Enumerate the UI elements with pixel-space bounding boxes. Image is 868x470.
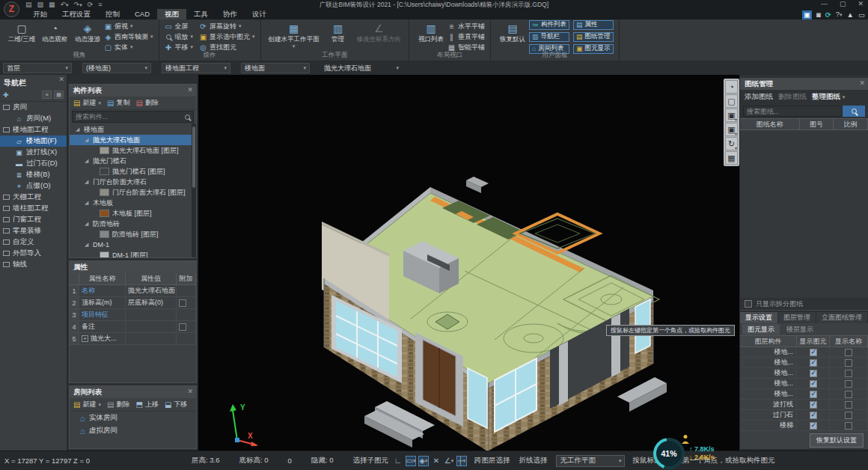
create-workplane-button[interactable]: ▦ 创建水平工作平面 ▾: [266, 21, 322, 49]
layer-row[interactable]: 楼地...: [740, 379, 868, 389]
show-element-checkbox[interactable]: [810, 391, 817, 398]
nav-group-door-window[interactable]: 门窗工程: [0, 214, 67, 225]
category-select[interactable]: (楼地面)▾: [82, 63, 151, 73]
show-name-checkbox[interactable]: [845, 380, 852, 388]
show-name-checkbox[interactable]: [845, 359, 852, 367]
property-row[interactable]: 5 +抛光大...: [70, 333, 196, 345]
nav-group-axis[interactable]: 轴线: [0, 259, 67, 270]
component-search-input[interactable]: [76, 113, 185, 120]
tree-node[interactable]: ◢防滑地砖: [70, 219, 196, 229]
attach-checkbox[interactable]: [179, 323, 186, 331]
clear-selection-tool[interactable]: ✕: [431, 456, 441, 466]
menu-tab-project-settings[interactable]: 工程设置: [55, 9, 98, 19]
property-row[interactable]: 3 项目特征: [70, 309, 196, 321]
pin-icon[interactable]: ✚: [3, 91, 9, 99]
select-sub-element-label[interactable]: 选择子图元: [352, 456, 388, 466]
expand-plus-icon[interactable]: +: [82, 335, 88, 342]
tree-node[interactable]: ◢抛光门槛石: [70, 156, 196, 166]
layer-row[interactable]: 楼地...: [740, 368, 868, 379]
subtab-element-display[interactable]: 图元显示: [742, 324, 780, 335]
screen-rotate-button[interactable]: ⟳屏幕旋转▾: [199, 22, 255, 31]
nav-item-threshold-stone[interactable]: ▬过门石(D): [0, 158, 67, 169]
fullscreen-button[interactable]: ▭全屏: [165, 22, 194, 31]
show-name-checkbox[interactable]: [845, 401, 852, 409]
close-icon[interactable]: ✕: [859, 79, 865, 87]
view-cube-tool[interactable]: ▣▾: [725, 123, 738, 136]
show-element-checkbox[interactable]: [810, 401, 817, 409]
tab-display-settings[interactable]: 显示设置: [740, 312, 777, 323]
tree-layer-node[interactable]: 门厅台阶面大理石 [图层]: [70, 187, 196, 198]
tree-node[interactable]: ◢木地板: [70, 198, 196, 208]
layer-row[interactable]: 楼地...: [740, 347, 868, 358]
scrollbar[interactable]: [192, 123, 196, 257]
restore-default-button[interactable]: ▤ 恢复默认: [496, 21, 529, 43]
panel-view-icon[interactable]: ▤: [54, 91, 64, 99]
display-settings-tool[interactable]: ▦: [725, 151, 738, 165]
nav-item-accent[interactable]: ✶点缀(O): [0, 180, 67, 192]
layer-row[interactable]: 楼地...: [740, 389, 868, 400]
app-logo[interactable]: Z: [4, 1, 19, 17]
nav-group-floor-project[interactable]: 楼地面工程: [0, 124, 67, 135]
nav-group-room[interactable]: 房间: [0, 102, 67, 113]
tree-layer-node[interactable]: 抛光大理石地面 [图层]: [70, 145, 196, 156]
tile-horizontal-button[interactable]: ≡水平平铺: [447, 22, 485, 31]
3d-viewport[interactable]: 按鼠标左键指定第一个角点，或拾取构件图元 ◔ ▢ ▣▾ ▣▾ ↻▾ ▦ Y X: [198, 75, 739, 451]
top-view-button[interactable]: ▣俯视▾: [104, 22, 153, 31]
tree-node[interactable]: ◢抛光大理石地面: [70, 135, 196, 145]
manage-workplane-button[interactable]: ▥ 管理: [322, 21, 355, 43]
show-element-checkbox[interactable]: [810, 349, 817, 356]
toggle-component-list[interactable]: ≔构件列表: [529, 20, 569, 30]
show-element-checkbox[interactable]: [810, 412, 817, 419]
show-name-checkbox[interactable]: [845, 349, 852, 356]
property-row[interactable]: 1 名称 抛光大理石地面: [70, 285, 196, 297]
subtab-floor-display[interactable]: 楼层显示: [781, 324, 819, 335]
new-room-button[interactable]: ▤新建▾: [73, 400, 101, 409]
property-row[interactable]: 4 备注: [70, 321, 196, 333]
cloud-sync-icon[interactable]: ⟳: [825, 10, 831, 19]
show-element-checkbox[interactable]: [810, 370, 817, 377]
show-name-checkbox[interactable]: [845, 422, 852, 430]
angle-snap-tool[interactable]: ∠▾: [444, 456, 454, 466]
tree-layer-node[interactable]: 木地板 [图层]: [70, 208, 196, 219]
move-down-button[interactable]: ⬓下移: [165, 400, 187, 409]
menu-tab-view[interactable]: 视图: [157, 9, 186, 19]
organize-drawing-button[interactable]: 整理图纸 ▾: [812, 92, 845, 102]
toggle-properties[interactable]: ▤属性: [573, 20, 614, 30]
zoom-button[interactable]: 缩放▾: [165, 32, 194, 42]
filter-checkbox[interactable]: [745, 300, 752, 308]
minimize-icon[interactable]: —: [821, 0, 828, 8]
nav-group-wall-column[interactable]: 墙柱面工程: [0, 203, 67, 214]
tile-vertical-button[interactable]: ∥垂直平铺: [447, 32, 485, 42]
layer-row[interactable]: 楼地...: [740, 358, 868, 368]
tree-layer-node[interactable]: 抛光门槛石 [图层]: [70, 166, 196, 177]
upgrade-icon[interactable]: ▲: [847, 10, 854, 19]
menu-tab-control[interactable]: 控制: [98, 9, 127, 19]
tree-node[interactable]: ◢门厅台阶面大理石: [70, 177, 196, 187]
nav-group-ceiling[interactable]: 天棚工程: [0, 192, 67, 203]
2d-3d-button[interactable]: ▢ 二维/三维: [5, 21, 38, 43]
orbit-tool[interactable]: ◔: [725, 80, 738, 94]
tree-node[interactable]: ◢DM-1: [70, 239, 196, 250]
tree-node[interactable]: ◢楼地面: [70, 124, 196, 135]
close-icon[interactable]: ✕: [187, 388, 193, 395]
help-icon[interactable]: ?▾: [836, 10, 843, 19]
toggle-navigation-bar[interactable]: ▥导航栏: [529, 32, 569, 42]
cross-layer-select-button[interactable]: 跨图层选择: [474, 456, 510, 466]
show-name-checkbox[interactable]: [845, 391, 852, 398]
drawing-search-input[interactable]: [747, 108, 839, 115]
element-type-select[interactable]: 楼地面▾: [241, 63, 310, 73]
floor-select[interactable]: 首层▾: [3, 63, 72, 73]
attach-checkbox[interactable]: [179, 299, 186, 307]
close-icon[interactable]: ✕: [187, 86, 193, 94]
show-selected-button[interactable]: ▣显示选中图元▾: [199, 32, 255, 42]
message-panel-icon[interactable]: ▣: [802, 10, 812, 19]
drawing-search-button[interactable]: [843, 106, 865, 117]
add-drawing-button[interactable]: 添加图纸: [745, 92, 773, 102]
orbit-button[interactable]: ◔ 动态观察: [38, 21, 71, 43]
nav-group-external-import[interactable]: 外部导入: [0, 248, 67, 259]
show-name-checkbox[interactable]: [845, 370, 852, 377]
layer-row[interactable]: 过门石: [740, 410, 868, 421]
view-style-tool[interactable]: ▣▾: [725, 109, 738, 122]
nav-item-room[interactable]: ⌂房间(M): [0, 113, 67, 124]
tree-layer-node[interactable]: DM-1 [图层]: [70, 250, 196, 257]
